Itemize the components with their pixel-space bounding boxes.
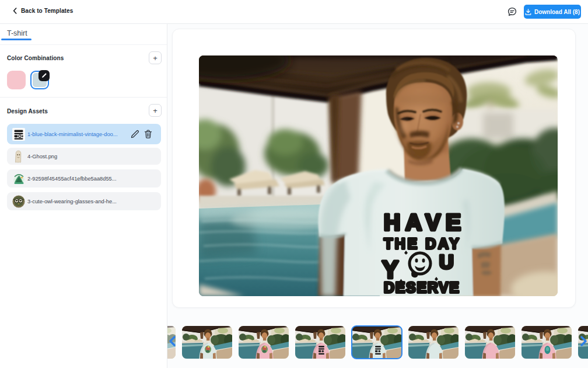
svg-text:DESERVE: DESERVE xyxy=(384,279,459,296)
svg-text:U: U xyxy=(439,251,454,273)
